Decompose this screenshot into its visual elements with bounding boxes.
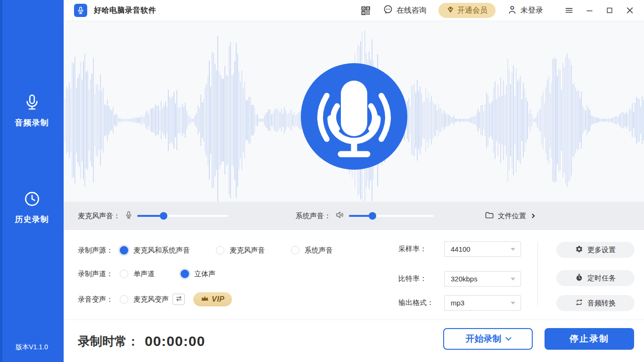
close-button[interactable]: [625, 6, 635, 15]
vip-badge[interactable]: VIP: [193, 292, 232, 306]
sample-rate-select[interactable]: 44100: [444, 241, 521, 257]
system-volume-slider[interactable]: [349, 215, 434, 217]
duration-time: 00:00:00: [145, 333, 205, 349]
stop-recording-button[interactable]: 停止录制: [545, 328, 634, 350]
audio-convert-label: 音频转换: [587, 299, 616, 308]
sidebar-item-label: 历史录制: [0, 214, 64, 225]
version-label: 版本V1.1.0: [0, 343, 64, 352]
chat-bubble-icon: [383, 4, 393, 16]
option-stereo[interactable]: 立体声: [181, 270, 215, 279]
record-source-row: 录制声源： 麦克风和系统声音 麦克风声音 系统声音: [78, 242, 359, 258]
mic-slider-handle[interactable]: [160, 212, 167, 220]
duration-label: 录制时常：: [78, 333, 139, 349]
caret-down-icon: [511, 278, 515, 280]
main-content: 好哈电脑录音软件: [64, 0, 644, 362]
start-recording-label: 开始录制: [466, 333, 502, 345]
mic-volume-group: 麦克风声音：: [78, 211, 228, 221]
voice-swap-button[interactable]: [173, 294, 185, 305]
mic-volume-label: 麦克风声音：: [78, 212, 120, 221]
radio-icon: [120, 270, 128, 278]
duration-group: 录制时常： 00:00:00: [78, 333, 205, 349]
stop-recording-label: 停止录制: [570, 333, 609, 345]
online-service-button[interactable]: 在线咨询: [383, 4, 427, 16]
user-icon: [507, 5, 517, 16]
app-logo-icon: [74, 4, 87, 17]
window-controls: [564, 6, 635, 15]
output-format-row: 输出格式： mp3: [398, 295, 521, 311]
option-mic-only[interactable]: 麦克风声音: [216, 246, 265, 255]
microphone-waves-icon: [299, 62, 409, 171]
option-mono[interactable]: 单声道: [120, 270, 155, 279]
swap-arrows-icon: [175, 295, 182, 304]
radio-icon: [216, 246, 224, 255]
app-identity: 好哈电脑录音软件: [74, 4, 156, 17]
option-mic-and-system[interactable]: 麦克风和系统声音: [120, 246, 190, 255]
microphone-icon: [124, 211, 133, 221]
online-service-label: 在线咨询: [396, 6, 427, 16]
more-settings-label: 更多设置: [587, 246, 616, 255]
waveform-panel: [64, 21, 644, 202]
file-location-button[interactable]: 文件位置: [485, 211, 534, 222]
radio-icon: [291, 246, 299, 255]
crown-icon: [201, 295, 209, 304]
record-source-label: 录制声源：: [78, 246, 113, 255]
footer-bar: 录制时常： 00:00:00 开始录制 停止录制: [64, 320, 644, 362]
bit-rate-select[interactable]: 320kbps: [444, 271, 521, 287]
timer-task-label: 定时任务: [587, 274, 616, 283]
bit-rate-label: 比特率：: [398, 274, 444, 283]
system-volume-group: 系统声音：: [296, 210, 434, 222]
more-settings-button[interactable]: 更多设置: [556, 242, 635, 258]
record-mic-button[interactable]: [299, 62, 409, 171]
system-slider-handle[interactable]: [369, 212, 376, 220]
mic-volume-slider[interactable]: [137, 215, 228, 217]
radio-selected-icon: [181, 270, 189, 278]
timer-task-button[interactable]: 定时任务: [556, 270, 635, 286]
membership-button[interactable]: 开通会员: [438, 3, 495, 18]
start-recording-button[interactable]: 开始录制: [443, 328, 533, 350]
speaker-icon: [335, 210, 345, 222]
membership-label: 开通会员: [457, 6, 487, 16]
app-window: 音频录制 历史录制 版本V1.1.0: [0, 0, 644, 362]
sidebar-item-audio-record[interactable]: 音频录制: [0, 93, 64, 128]
titlebar: 好哈电脑录音软件: [64, 0, 644, 21]
stopwatch-icon: [575, 273, 583, 283]
audio-convert-button[interactable]: 音频转换: [556, 295, 635, 311]
menu-button[interactable]: [564, 6, 574, 15]
volume-bar: 麦克风声音： 系统声音：: [64, 202, 644, 230]
vip-label: VIP: [212, 295, 224, 304]
caret-down-icon: [511, 248, 515, 251]
login-button[interactable]: 未登录: [507, 5, 543, 16]
radio-selected-icon: [120, 246, 128, 255]
settings-panel: 录制声源： 麦克风和系统声音 麦克风声音 系统声音 录制声道：: [64, 230, 644, 320]
minimize-button[interactable]: [585, 6, 594, 15]
folder-icon: [485, 211, 494, 222]
sidebar-item-label: 音频录制: [0, 117, 64, 128]
voice-change-label: 录音变声：: [78, 295, 113, 304]
qr-code-icon[interactable]: [360, 5, 371, 16]
gem-icon: [446, 6, 454, 16]
voice-change-row: 录音变声： 麦克风变声: [78, 291, 232, 307]
file-location-label: 文件位置: [498, 212, 526, 221]
output-format-label: 输出格式：: [398, 298, 444, 307]
system-volume-label: 系统声音：: [296, 212, 331, 221]
record-channel-label: 录制声道：: [78, 270, 113, 279]
microphone-icon: [23, 105, 41, 113]
radio-icon: [120, 295, 128, 304]
chevron-down-icon: [505, 335, 512, 341]
sample-rate-label: 采样率：: [398, 245, 444, 254]
app-title: 好哈电脑录音软件: [94, 6, 156, 16]
maximize-button[interactable]: [605, 6, 614, 15]
record-channel-row: 录制声道： 单声道 立体声: [78, 266, 241, 282]
clock-icon: [23, 201, 41, 209]
sidebar: 音频录制 历史录制 版本V1.1.0: [0, 0, 64, 362]
sidebar-item-history-record[interactable]: 历史录制: [0, 190, 64, 225]
vertical-divider: [537, 242, 538, 307]
option-mic-voice-change[interactable]: 麦克风变声: [120, 295, 169, 304]
option-system-only[interactable]: 系统声音: [291, 246, 333, 255]
bit-rate-row: 比特率： 320kbps: [398, 271, 521, 287]
login-label: 未登录: [520, 6, 543, 16]
output-format-select[interactable]: mp3: [444, 295, 521, 311]
chevron-right-icon: [530, 214, 535, 218]
repeat-icon: [575, 298, 583, 308]
gear-icon: [575, 245, 583, 255]
